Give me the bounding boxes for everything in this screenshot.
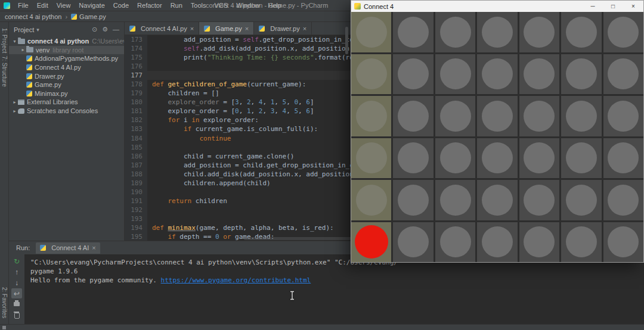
editor-tab-game-py[interactable]: Game.py× [199, 22, 254, 35]
menu-view[interactable]: View [52, 2, 75, 9]
board-cell-r5c6[interactable] [603, 222, 643, 263]
project-item-connect-4-ai-py[interactable]: Connect 4 AI.py [9, 63, 124, 72]
connect4-board[interactable] [351, 12, 643, 262]
board-cell-r4c1[interactable] [393, 180, 433, 220]
expanded-arrow-icon[interactable]: ▾ [11, 39, 18, 44]
board-cell-r1c6[interactable] [603, 54, 643, 95]
board-cell-r5c3[interactable] [477, 222, 517, 263]
stack-up-icon[interactable]: ↑ [11, 267, 22, 277]
board-cell-r4c6[interactable] [603, 180, 643, 220]
editor-tab-connect-4-ai-py[interactable]: Connect 4 AI.py× [125, 22, 199, 35]
project-item-drawer-py[interactable]: Drawer.py [9, 71, 124, 80]
project-item-connect-4-ai-python[interactable]: ▾connect 4 ai pythonC:\Users\evang\Pycha [9, 37, 124, 46]
tool-stripe-7-structure[interactable]: 7: Structure [1, 56, 8, 87]
run-console[interactable]: "C:\Users\evang\PycharmProjects\connect … [24, 254, 644, 324]
tool-stripe-1-project[interactable]: 1: Project [1, 28, 8, 53]
close-icon[interactable]: × [303, 25, 306, 32]
maximize-button[interactable]: □ [603, 1, 623, 12]
board-cell-r4c0[interactable] [351, 180, 391, 220]
board-cell-r3c5[interactable] [561, 138, 601, 179]
board-cell-r2c2[interactable] [435, 96, 475, 136]
board-cell-r1c3[interactable] [477, 54, 517, 95]
editor-tab-drawer-py[interactable]: Drawer.py× [254, 22, 312, 35]
board-cell-r3c1[interactable] [393, 138, 433, 179]
collapsed-arrow-icon[interactable]: ▸ [11, 99, 18, 105]
run-tab[interactable]: Connect 4 AI × [36, 242, 100, 254]
board-cell-r2c6[interactable] [603, 96, 643, 136]
close-icon[interactable]: × [190, 25, 194, 32]
item-annotation: library root [52, 46, 83, 54]
project-item-scratches-and-consoles[interactable]: ▸Scratches and Consoles [9, 107, 124, 116]
board-cell-r5c0[interactable] [351, 222, 391, 263]
locate-icon[interactable]: ⊙ [92, 26, 97, 33]
board-hole [608, 226, 639, 257]
clear-all-icon[interactable] [11, 310, 22, 320]
board-cell-r1c4[interactable] [519, 54, 559, 95]
rerun-icon[interactable]: ↻ [11, 256, 22, 266]
board-cell-r3c6[interactable] [603, 138, 643, 179]
project-item-addionalpygamemethods-py[interactable]: AddionalPygameMethods.py [9, 54, 124, 63]
tool-windows-toggle-icon[interactable] [2, 326, 6, 329]
hide-panel-icon[interactable]: — [113, 26, 119, 33]
console-link[interactable]: https://www.pygame.org/contribute.html [161, 276, 311, 284]
board-cell-r3c0[interactable] [351, 138, 391, 179]
minimize-button[interactable]: ─ [583, 1, 603, 12]
project-item-external-libraries[interactable]: ▸External Libraries [9, 98, 124, 107]
project-item-game-py[interactable]: Game.py [9, 80, 124, 89]
editor-vertical-scrollbar[interactable] [345, 27, 348, 54]
board-cell-r2c4[interactable] [519, 96, 559, 136]
board-cell-r0c4[interactable] [519, 12, 559, 52]
board-cell-r0c1[interactable] [393, 12, 433, 52]
breadcrumb-file[interactable]: Game.py [79, 13, 106, 20]
board-cell-r3c2[interactable] [435, 138, 475, 179]
board-cell-r4c2[interactable] [435, 180, 475, 220]
menu-run[interactable]: Run [166, 2, 187, 9]
board-cell-r5c4[interactable] [519, 222, 559, 263]
board-cell-r5c2[interactable] [435, 222, 475, 263]
board-hole [524, 185, 555, 216]
connect4-title: Connect 4 [364, 3, 394, 10]
board-cell-r1c1[interactable] [393, 54, 433, 95]
board-cell-r4c4[interactable] [519, 180, 559, 220]
stack-down-icon[interactable]: ↓ [11, 278, 22, 288]
close-icon[interactable]: × [92, 244, 95, 251]
board-cell-r5c1[interactable] [393, 222, 433, 263]
board-cell-r1c5[interactable] [561, 54, 601, 95]
tool-stripe-2-favorites[interactable]: 2: Favorites [1, 287, 8, 318]
board-cell-r0c5[interactable] [561, 12, 601, 52]
menu-navigate[interactable]: Navigate [75, 2, 109, 9]
menu-refactor[interactable]: Refactor [133, 2, 166, 9]
project-item-minimax-py[interactable]: Minimax.py [9, 89, 124, 98]
print-icon[interactable] [11, 299, 22, 309]
soft-wrap-icon[interactable]: ↩ [11, 288, 22, 298]
close-icon[interactable]: × [245, 25, 249, 32]
breadcrumb-project[interactable]: connect 4 ai python [5, 13, 61, 20]
connect4-titlebar[interactable]: Connect 4 ─ □ × [351, 1, 643, 12]
board-cell-r5c5[interactable] [561, 222, 601, 263]
board-cell-r0c6[interactable] [603, 12, 643, 52]
project-item-venv[interactable]: ▸venvlibrary root [9, 46, 124, 55]
board-cell-r4c5[interactable] [561, 180, 601, 220]
board-cell-r2c0[interactable] [351, 96, 391, 136]
line-number: 191 [125, 197, 147, 206]
close-button[interactable]: × [623, 1, 643, 12]
board-cell-r1c0[interactable] [351, 54, 391, 95]
menu-file[interactable]: File [14, 2, 33, 9]
board-cell-r0c2[interactable] [435, 12, 475, 52]
board-cell-r0c3[interactable] [477, 12, 517, 52]
board-cell-r2c1[interactable] [393, 96, 433, 136]
board-cell-r3c4[interactable] [519, 138, 559, 179]
board-cell-r0c0[interactable] [351, 12, 391, 52]
settings-gear-icon[interactable]: ⚙ [102, 26, 108, 33]
collapsed-arrow-icon[interactable]: ▸ [20, 47, 26, 52]
board-cell-r2c3[interactable] [477, 96, 517, 136]
menu-edit[interactable]: Edit [33, 2, 52, 9]
menu-code[interactable]: Code [109, 2, 133, 9]
board-cell-r1c2[interactable] [435, 54, 475, 95]
board-cell-r3c3[interactable] [477, 138, 517, 179]
chevron-down-icon[interactable]: ▾ [36, 27, 39, 33]
board-cell-r2c5[interactable] [561, 96, 601, 136]
project-panel-title[interactable]: Project [14, 26, 34, 33]
collapsed-arrow-icon[interactable]: ▸ [11, 108, 18, 114]
board-cell-r4c3[interactable] [477, 180, 517, 220]
